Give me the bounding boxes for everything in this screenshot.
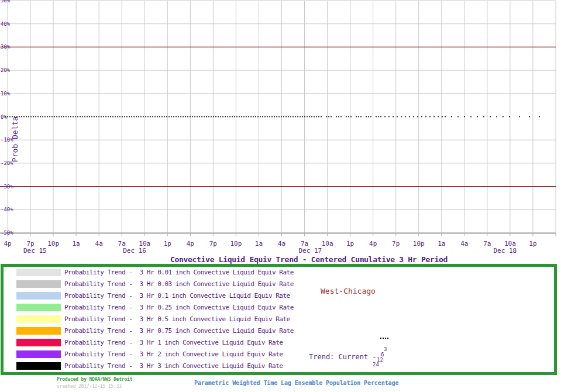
x-tick-label: 1a: [255, 240, 263, 247]
trend-hour-label: 24: [373, 362, 379, 367]
y-tick-label: -30%: [1, 184, 13, 190]
x-tick-label: 4p: [4, 240, 11, 247]
legend-swatch: [16, 362, 61, 370]
x-date-label: Dec 17: [298, 247, 322, 255]
x-tick-label: 4a: [278, 240, 285, 247]
location-label: West-Chicago: [321, 287, 376, 295]
trend-dot: [383, 338, 384, 339]
nws-trend-chart-page: { "chart_data": { "type": "line", "title…: [0, 0, 585, 392]
legend-label: Probability Trend - 3 Hr 0.25 inch Conve…: [64, 304, 294, 311]
x-tick-label: 1p: [529, 240, 536, 247]
chart-title: Convective Liquid Equiv Trend - Centered…: [170, 255, 448, 264]
legend-swatch: [16, 280, 61, 288]
y-tick-label: 10%: [1, 91, 10, 97]
legend-label: Probability Trend - 3 Hr 0.01 inch Conve…: [64, 269, 294, 276]
y-tick-label: 50%: [1, 0, 10, 4]
legend-label: Probability Trend - 3 Hr 3 inch Convecti…: [64, 362, 283, 370]
x-tick-label: 10p: [47, 240, 59, 247]
y-tick-label: -10%: [1, 137, 13, 143]
legend-label: Probability Trend - 3 Hr 0.75 inch Conve…: [64, 327, 294, 335]
x-date-label: Dec 18: [493, 247, 517, 255]
x-date-label: Dec 16: [123, 247, 146, 255]
legend-swatch: [16, 350, 61, 358]
legend-swatch: [16, 327, 61, 335]
footer-note: Parametric Weighted Time Lag Ensemble Po…: [194, 380, 398, 386]
legend-label: Probability Trend - 3 Hr 2 inch Convecti…: [64, 350, 283, 358]
legend-label: Probability Trend - 3 Hr 0.5 inch Convec…: [64, 315, 290, 323]
x-tick-label: 1a: [73, 240, 80, 247]
x-tick-label: 10p: [230, 240, 242, 247]
trend-hour-label: 3: [384, 347, 387, 352]
x-tick-label: 7p: [392, 240, 400, 247]
y-tick-label: -50%: [1, 230, 13, 236]
x-tick-label: 10a: [322, 240, 333, 247]
created-timestamp: created 2017-12-15 15:33: [57, 384, 122, 389]
x-tick-label: 4p: [369, 240, 377, 247]
trend-dot: [387, 338, 388, 339]
legend-label: Probability Trend - 3 Hr 1 inch Convecti…: [64, 339, 283, 346]
trend-dot: [380, 338, 381, 339]
y-tick-label: 40%: [1, 21, 10, 27]
x-tick-label: 1p: [164, 240, 171, 247]
legend-swatch: [16, 304, 61, 311]
x-tick-label: 4a: [460, 240, 468, 247]
x-tick-label: 7p: [209, 240, 217, 247]
legend-swatch: [16, 315, 61, 323]
x-tick-label: 4p: [187, 240, 194, 247]
legend-box: Probability Trend - 3 Hr 0.01 inch Conve…: [1, 264, 557, 375]
trend-current-label: Trend: Current -: [309, 353, 377, 361]
legend-swatch: [16, 292, 61, 300]
legend-label: Probability Trend - 3 Hr 0.03 inch Conve…: [64, 280, 294, 288]
y-tick-label: -40%: [1, 207, 13, 212]
x-tick-label: 4a: [95, 240, 103, 247]
legend-label: Probability Trend - 3 Hr 0.1 inch Convec…: [64, 292, 290, 300]
x-tick-label: 7a: [483, 240, 491, 247]
trend-dot: [385, 338, 386, 339]
chart-canvas: [0, 0, 585, 239]
legend-swatch: [16, 339, 61, 346]
chart-area: Prob Delta 50%40%30%20%10%0%-10%-20%-30%…: [0, 0, 585, 263]
x-tick-label: 1p: [346, 240, 354, 247]
x-tick-label: 10p: [413, 240, 425, 247]
produced-by-label: Produced by NOAA/NWS Detroit: [57, 377, 132, 382]
legend-swatch: [16, 269, 61, 276]
y-tick-label: 30%: [1, 44, 10, 50]
y-tick-label: -20%: [1, 160, 13, 166]
y-tick-label: 20%: [1, 67, 10, 73]
x-tick-label: 1a: [438, 240, 445, 247]
y-tick-label: 0%: [1, 114, 7, 120]
x-date-label: Dec 15: [23, 247, 47, 255]
